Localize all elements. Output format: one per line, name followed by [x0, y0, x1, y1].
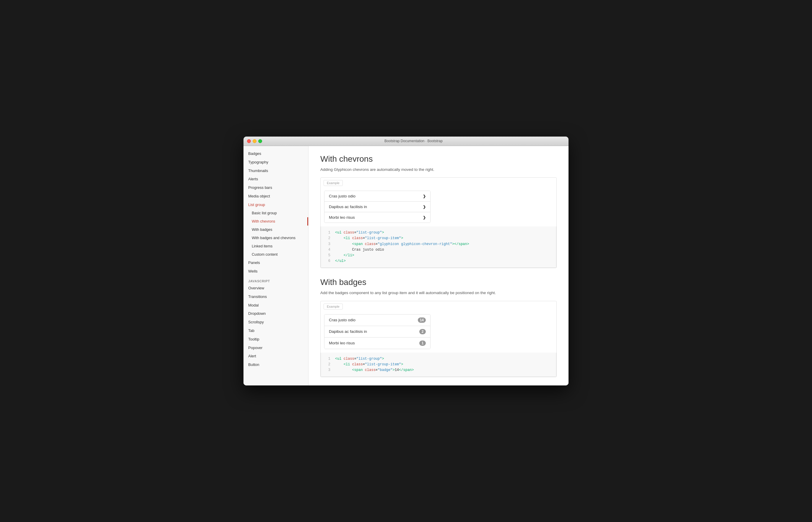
- chevrons-list-group: Cras justo odio ❯ Dapibus ac facilisis i…: [324, 190, 431, 223]
- sidebar-item-scrollspy[interactable]: Scrollspy: [244, 318, 308, 327]
- chevron-right-icon: ❯: [423, 194, 426, 198]
- line-number: 3: [326, 367, 330, 373]
- chevrons-desc: Adding Glyphicon chevrons are automatica…: [320, 167, 557, 173]
- badges-code-block: 1 <ul class="list-group"> 2 <li class="l…: [320, 353, 556, 377]
- minimize-button[interactable]: [253, 139, 256, 143]
- app-window: Bootstrap Documentation · Bootstrap Badg…: [244, 137, 568, 385]
- badges-list-group: Cras justo odio 14 Dapibus ac facilisis …: [324, 314, 431, 349]
- sidebar-item-alerts[interactable]: Alerts: [244, 175, 308, 184]
- badges-section: With badges Add the badges component to …: [320, 278, 557, 377]
- list-item: Dapibus ac facilisis in 2: [325, 326, 430, 338]
- javascript-section-label: JAVASCRIPT: [244, 276, 308, 284]
- code-line: 3 <span class="badge">14</span>: [326, 367, 551, 373]
- sidebar-item-media[interactable]: Media object: [244, 192, 308, 201]
- chevrons-example-box: Example Cras justo odio ❯ Dapibus ac fac…: [320, 177, 557, 268]
- maximize-button[interactable]: [258, 139, 262, 143]
- code-text: Cras justo odio: [335, 247, 551, 253]
- badges-title: With badges: [320, 278, 557, 287]
- list-item-text: Dapibus ac facilisis in: [329, 204, 367, 209]
- code-text: <span class="glyphicon glyphicon-chevron…: [335, 241, 551, 247]
- list-item: Cras justo odio ❯: [325, 191, 430, 202]
- chevron-right-icon: ❯: [423, 216, 426, 220]
- list-item-text: Morbi leo risus: [329, 341, 355, 345]
- sidebar: Badges Typography Thumbnails Alerts Prog…: [244, 146, 309, 385]
- chevrons-section: With chevrons Adding Glyphicon chevrons …: [320, 154, 557, 268]
- sidebar-item-modal[interactable]: Modal: [244, 301, 308, 310]
- line-number: 4: [326, 247, 330, 253]
- sidebar-item-button[interactable]: Button: [244, 361, 308, 369]
- sidebar-item-typography[interactable]: Typography: [244, 158, 308, 167]
- main-content: With chevrons Adding Glyphicon chevrons …: [309, 146, 568, 385]
- list-item-text: Dapibus ac facilisis in: [329, 329, 367, 334]
- sidebar-item-badges-chevrons[interactable]: With badges and chevrons: [244, 234, 308, 242]
- sidebar-item-listgroup[interactable]: List group: [244, 201, 308, 209]
- sidebar-item-popover[interactable]: Popover: [244, 344, 308, 352]
- sidebar-item-badges[interactable]: Badges: [244, 149, 308, 158]
- sidebar-item-tab[interactable]: Tab: [244, 327, 308, 335]
- badge: 14: [418, 318, 426, 323]
- code-line: 1 <ul class="list-group">: [326, 356, 551, 362]
- list-item-text: Cras justo odio: [329, 194, 355, 198]
- badges-desc: Add the badges component to any list gro…: [320, 290, 557, 296]
- badge: 1: [419, 341, 426, 346]
- code-text: <ul class="list-group">: [335, 230, 551, 236]
- sidebar-item-alert[interactable]: Alert: [244, 352, 308, 361]
- sidebar-item-overview[interactable]: Overview: [244, 284, 308, 293]
- list-item: Dapibus ac facilisis in ❯: [325, 202, 430, 212]
- sidebar-item-thumbnails[interactable]: Thumbnails: [244, 167, 308, 175]
- traffic-lights: [247, 139, 262, 143]
- titlebar: Bootstrap Documentation · Bootstrap: [244, 137, 568, 146]
- line-number: 6: [326, 258, 330, 264]
- code-line: 4 Cras justo odio: [326, 247, 551, 253]
- code-line: 3 <span class="glyphicon glyphicon-chevr…: [326, 241, 551, 247]
- code-line: 5 </li>: [326, 253, 551, 258]
- sidebar-item-linked[interactable]: Linked items: [244, 242, 308, 250]
- list-item: Morbi leo risus ❯: [325, 212, 430, 223]
- sidebar-item-basic[interactable]: Basic list group: [244, 209, 308, 217]
- code-line: 2 <li class="list-group-item">: [326, 236, 551, 241]
- code-text: <span class="badge">14</span>: [335, 367, 551, 373]
- window-title: Bootstrap Documentation · Bootstrap: [262, 139, 565, 143]
- sidebar-item-progress[interactable]: Progress bars: [244, 184, 308, 192]
- sidebar-item-panels[interactable]: Panels: [244, 259, 308, 267]
- list-item: Cras justo odio 14: [325, 315, 430, 326]
- code-text: </li>: [335, 253, 551, 258]
- code-text: <li class="list-group-item">: [335, 236, 551, 241]
- chevrons-example-label: Example: [324, 180, 343, 186]
- sidebar-item-badges-sub[interactable]: With badges: [244, 225, 308, 234]
- sidebar-item-dropdown[interactable]: Dropdown: [244, 309, 308, 318]
- chevrons-title: With chevrons: [320, 154, 557, 164]
- line-number: 5: [326, 253, 330, 258]
- line-number: 3: [326, 241, 330, 247]
- code-line: 1 <ul class="list-group">: [326, 230, 551, 236]
- badge: 2: [419, 329, 426, 334]
- list-item-text: Cras justo odio: [329, 318, 355, 322]
- sidebar-item-transitions[interactable]: Transitions: [244, 293, 308, 301]
- line-number: 2: [326, 236, 330, 241]
- code-text: <ul class="list-group">: [335, 356, 551, 362]
- badges-example-label: Example: [324, 304, 343, 309]
- chevrons-code-block: 1 <ul class="list-group"> 2 <li class="l…: [320, 226, 556, 268]
- code-line: 2 <li class="list-group-item">: [326, 362, 551, 367]
- code-text: </ul>: [335, 258, 551, 264]
- code-line: 6 </ul>: [326, 258, 551, 264]
- sidebar-item-custom[interactable]: Custom content: [244, 250, 308, 259]
- line-number: 1: [326, 230, 330, 236]
- close-button[interactable]: [247, 139, 251, 143]
- code-text: <li class="list-group-item">: [335, 362, 551, 367]
- sidebar-item-tooltip[interactable]: Tooltip: [244, 335, 308, 344]
- chevron-right-icon: ❯: [423, 205, 426, 209]
- sidebar-item-wells[interactable]: Wells: [244, 267, 308, 276]
- sidebar-item-chevrons[interactable]: With chevrons: [244, 217, 308, 225]
- list-item: Morbi leo risus 1: [325, 338, 430, 349]
- line-number: 2: [326, 362, 330, 367]
- badges-example-box: Example Cras justo odio 14 Dapibus ac fa…: [320, 301, 557, 378]
- list-item-text: Morbi leo risus: [329, 215, 355, 220]
- line-number: 1: [326, 356, 330, 362]
- window-content: Badges Typography Thumbnails Alerts Prog…: [244, 146, 568, 385]
